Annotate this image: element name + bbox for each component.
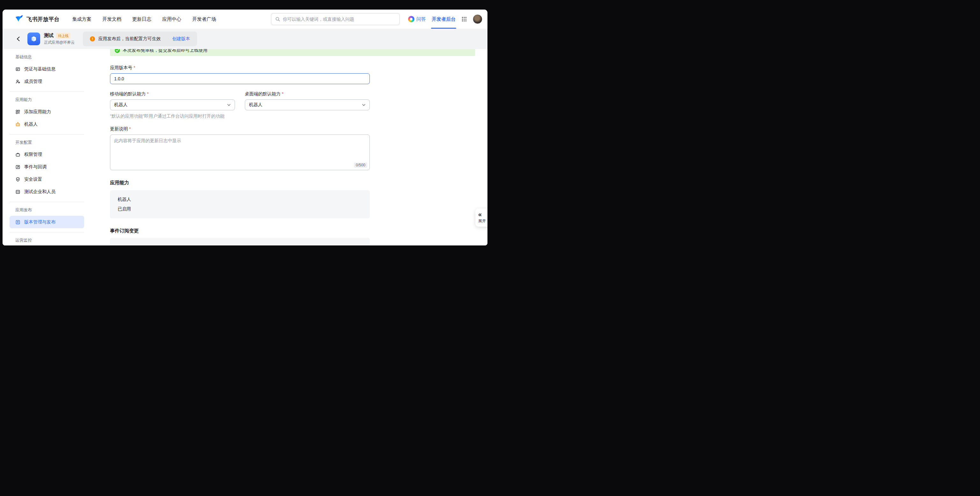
version-input[interactable]	[110, 73, 370, 84]
app-header-bar: 测试 待上线 正式应用@环界云 ! 应用发布后，当前配置方可生效 创建版本	[3, 29, 487, 49]
update-notes-wrap: 0/500	[110, 135, 370, 170]
bot-icon	[15, 122, 21, 127]
capability-status: 已启用	[118, 206, 362, 212]
test-org-icon	[15, 189, 21, 194]
capability-name: 机器人	[118, 197, 362, 202]
nav-item-developer-plaza[interactable]: 开发者广场	[192, 16, 216, 22]
alert-text: 应用发布后，当前配置方可生效	[98, 36, 161, 42]
permission-icon	[15, 152, 21, 157]
expand-label: 展开	[478, 218, 486, 224]
success-banner-text: 本次发布免审核，提交发布后即可上线使用	[123, 49, 208, 53]
sidebar-item-label: 事件与回调	[24, 164, 46, 170]
char-counter: 0/500	[354, 162, 367, 168]
nav-item-changelog[interactable]: 更新日志	[132, 16, 151, 22]
desktop-capability-label: 桌面端的默认能力*	[245, 91, 370, 97]
sidebar-item-bot[interactable]: 机器人	[10, 118, 84, 130]
sidebar-item-label: 测试企业和人员	[24, 189, 56, 195]
version-label: 应用版本号*	[110, 64, 487, 71]
main-content: 本次发布免审核，提交发布后即可上线使用 应用版本号* 移动端的默认能力* 机器人	[89, 49, 487, 245]
sidebar-section-release: 应用发布 版本管理与发布	[10, 202, 84, 232]
qa-link[interactable]: 问答	[408, 16, 426, 22]
sidebar: 基础信息 凭证与基础信息	[3, 49, 89, 245]
sidebar-section-title: 应用发布	[10, 207, 84, 216]
sidebar-item-test-org[interactable]: 测试企业和人员	[10, 186, 84, 198]
sidebar-section-capability: 应用能力 添加应用能力	[10, 92, 84, 134]
success-check-icon	[115, 49, 120, 53]
sidebar-item-label: 机器人	[24, 121, 38, 127]
events-section-title: 事件订阅变更	[110, 228, 487, 234]
members-icon	[15, 79, 21, 84]
back-button[interactable]	[15, 36, 22, 42]
sidebar-section-title: 基础信息	[10, 54, 84, 63]
body-row: 基础信息 凭证与基础信息	[3, 49, 487, 245]
double-chevron-left-icon: «	[478, 211, 482, 218]
status-badge: 待上线	[56, 33, 70, 38]
feishu-logo-icon	[15, 14, 24, 24]
search-box[interactable]	[271, 13, 400, 25]
sidebar-item-events-callbacks[interactable]: 事件与回调	[10, 161, 84, 173]
brand-name: 飞书开放平台	[27, 16, 60, 23]
required-asterisk: *	[129, 126, 131, 132]
publish-alert-banner: ! 应用发布后，当前配置方可生效 创建版本	[83, 32, 197, 46]
add-capability-icon	[15, 109, 21, 114]
required-asterisk: *	[147, 91, 149, 97]
sidebar-item-label: 安全设置	[24, 176, 42, 182]
browser-window: 飞书开放平台 集成方案 开发文档 更新日志 应用中心 开发者广场	[3, 10, 487, 245]
sidebar-section-basic: 基础信息 凭证与基础信息	[10, 49, 84, 92]
update-notes-textarea[interactable]	[110, 135, 370, 170]
security-shield-icon	[15, 177, 21, 182]
update-notes-label: 更新说明*	[110, 126, 487, 132]
sidebar-section-dev-config: 开发配置 权限管理	[10, 134, 84, 202]
sidebar-item-label: 权限管理	[24, 152, 42, 157]
qa-label: 问答	[416, 16, 426, 22]
capability-box: 机器人 已启用	[110, 190, 370, 218]
mobile-capability-label: 移动端的默认能力*	[110, 91, 235, 97]
sidebar-section-monitoring: 运营监控	[10, 232, 84, 245]
desktop-capability-select[interactable]: 机器人	[245, 99, 370, 110]
expand-panel-button[interactable]: « 展开	[475, 208, 487, 227]
avatar[interactable]	[473, 14, 482, 24]
nav-item-dev-docs[interactable]: 开发文档	[102, 16, 121, 22]
sidebar-item-label: 版本管理与发布	[24, 219, 56, 225]
app-icon	[27, 32, 40, 45]
release-icon	[15, 219, 21, 225]
nav-item-integration-solutions[interactable]: 集成方案	[72, 16, 92, 22]
credential-icon	[15, 67, 21, 72]
capability-section-title: 应用能力	[110, 180, 487, 186]
desktop-capability-value: 机器人	[249, 102, 262, 108]
sidebar-item-add-capability[interactable]: 添加应用能力	[10, 105, 84, 118]
apps-grid-icon[interactable]	[461, 16, 467, 22]
required-asterisk: *	[134, 64, 135, 71]
sidebar-item-label: 成员管理	[24, 79, 42, 84]
main-nav: 集成方案 开发文档 更新日志 应用中心 开发者广场	[72, 16, 216, 22]
top-navigation: 飞书开放平台 集成方案 开发文档 更新日志 应用中心 开发者广场	[3, 10, 487, 29]
event-callback-icon	[15, 164, 21, 170]
window-frame: 飞书开放平台 集成方案 开发文档 更新日志 应用中心 开发者广场	[0, 0, 490, 248]
sidebar-item-version-release[interactable]: 版本管理与发布	[10, 216, 84, 228]
sidebar-item-credentials[interactable]: 凭证与基础信息	[10, 63, 84, 75]
qa-icon	[408, 16, 414, 22]
mobile-capability-field: 移动端的默认能力* 机器人	[110, 91, 235, 110]
default-capability-row: 移动端的默认能力* 机器人 桌面端的默认能力*	[110, 91, 487, 110]
default-capability-help: “默认的应用功能”即用户通过工作台访问应用时打开的功能	[110, 113, 487, 119]
mobile-capability-value: 机器人	[114, 102, 127, 108]
nav-item-app-center[interactable]: 应用中心	[162, 16, 181, 22]
app-name: 测试	[44, 32, 54, 38]
tab-developer-console[interactable]: 开发者后台	[432, 10, 455, 29]
sidebar-item-members[interactable]: 成员管理	[10, 75, 84, 87]
sidebar-section-title: 运营监控	[10, 237, 84, 245]
sidebar-item-security[interactable]: 安全设置	[10, 173, 84, 186]
mobile-capability-select[interactable]: 机器人	[110, 99, 235, 110]
warning-icon: !	[90, 37, 95, 41]
sidebar-section-title: 开发配置	[10, 140, 84, 148]
chevron-down-icon	[227, 103, 231, 107]
app-meta: 测试 待上线 正式应用@环界云	[44, 32, 75, 45]
brand[interactable]: 飞书开放平台	[15, 14, 60, 24]
search-input[interactable]	[283, 17, 396, 22]
sidebar-section-title: 应用能力	[10, 97, 84, 105]
chevron-down-icon	[362, 103, 366, 107]
desktop-capability-field: 桌面端的默认能力* 机器人	[245, 91, 370, 110]
sidebar-item-permissions[interactable]: 权限管理	[10, 148, 84, 161]
sidebar-item-label: 凭证与基础信息	[24, 66, 56, 72]
create-version-link[interactable]: 创建版本	[172, 36, 190, 42]
